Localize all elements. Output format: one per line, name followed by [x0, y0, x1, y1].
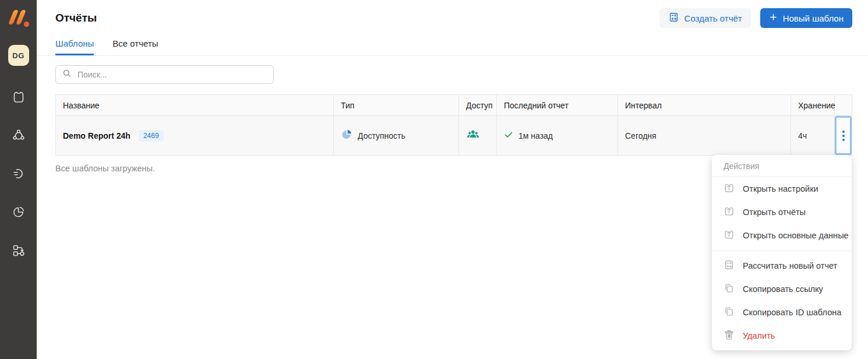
create-report-button[interactable]: Создать отчёт — [659, 8, 751, 28]
search-icon — [62, 68, 72, 81]
dropdown-header: Действия — [712, 155, 852, 177]
search-box — [55, 65, 274, 84]
menu-item-copy-link[interactable]: Скопировать ссылку — [712, 277, 852, 301]
pie-chart-icon[interactable] — [11, 205, 26, 220]
calculator-icon — [724, 259, 735, 272]
availability-pie-icon — [341, 129, 352, 142]
col-header-storage: Хранение — [791, 95, 835, 116]
col-header-type: Тип — [334, 95, 459, 116]
stream-icon[interactable] — [11, 166, 26, 181]
search-input[interactable] — [77, 70, 267, 79]
new-template-label: Новый шаблон — [783, 13, 844, 23]
menu-item-calculate-report[interactable]: Рассчитать новый отчет — [712, 254, 852, 277]
avatar[interactable]: DG — [8, 45, 29, 66]
sidebar: DG — [0, 0, 37, 359]
menu-item-label: Скопировать ссылку — [743, 284, 823, 294]
menu-item-open-master-data[interactable]: Открыть основные данные — [712, 224, 852, 247]
menu-item-label: Открыть отчёты — [743, 207, 806, 217]
menu-item-open-settings[interactable]: Открыть настройки — [712, 177, 852, 200]
app-window: DG — [0, 0, 868, 359]
template-name[interactable]: Demo Report 24h — [63, 131, 130, 140]
table-header-row: Название Тип Доступ Последний отчет Инте… — [56, 95, 852, 116]
table-row[interactable]: Demo Report 24h 2469 Д — [56, 116, 852, 156]
col-header-last-report: Последний отчет — [497, 95, 618, 116]
col-header-actions — [835, 95, 852, 116]
col-header-name: Название — [56, 95, 334, 116]
menu-divider — [712, 251, 852, 251]
actions-dropdown: Действия Открыть настройки От — [712, 155, 852, 350]
tab-templates[interactable]: Шаблоны — [55, 38, 94, 55]
all-loaded-status: Все шаблоны загружены. — [55, 164, 155, 173]
row-actions-kebab-button[interactable] — [835, 116, 852, 155]
menu-item-label: Скопировать ID шаблона — [743, 308, 841, 317]
menu-item-label: Открыть основные данные — [743, 231, 849, 240]
interval-value: Сегодня — [625, 131, 657, 140]
storage-value: 4ч — [798, 131, 807, 140]
check-icon — [504, 130, 513, 141]
workflow-icon[interactable] — [11, 243, 26, 258]
share-icon[interactable] — [11, 128, 26, 143]
main-content: Отчёты Создать отчёт Новы — [37, 0, 868, 359]
menu-item-open-reports[interactable]: Открыть отчёты — [712, 200, 852, 224]
tab-all-reports[interactable]: Все отчеты — [112, 38, 158, 55]
menu-item-label: Открыть настройки — [743, 184, 818, 193]
menu-item-label: Рассчитать новый отчет — [743, 261, 837, 270]
template-id-badge: 2469 — [139, 130, 164, 142]
menu-item-copy-template-id[interactable]: Скопировать ID шаблона — [712, 301, 852, 324]
board-icon[interactable] — [11, 89, 26, 104]
plus-icon — [769, 13, 778, 23]
calculator-icon — [668, 12, 679, 24]
templates-table: Название Тип Доступ Последний отчет Инте… — [55, 94, 852, 156]
open-window-icon — [724, 182, 735, 195]
create-report-label: Создать отчёт — [684, 13, 742, 23]
monq-logo-icon[interactable] — [8, 8, 30, 29]
menu-item-label: Удалить — [743, 331, 775, 340]
open-window-icon — [724, 229, 735, 242]
open-window-icon — [724, 206, 735, 219]
copy-icon — [724, 306, 735, 319]
template-type: Доступность — [358, 131, 405, 140]
new-template-button[interactable]: Новый шаблон — [760, 8, 852, 28]
tabbar: Шаблоны Все отчеты — [37, 38, 868, 56]
menu-item-delete[interactable]: Удалить — [712, 324, 852, 347]
header-actions: Создать отчёт Новый шаблон — [659, 8, 852, 28]
copy-icon — [724, 283, 735, 295]
page-title: Отчёты — [55, 12, 97, 24]
trash-icon — [724, 329, 735, 342]
group-icon — [466, 134, 480, 143]
col-header-access: Доступ — [459, 95, 497, 116]
col-header-interval: Интервал — [618, 95, 791, 116]
last-report-time: 1м назад — [518, 131, 553, 140]
